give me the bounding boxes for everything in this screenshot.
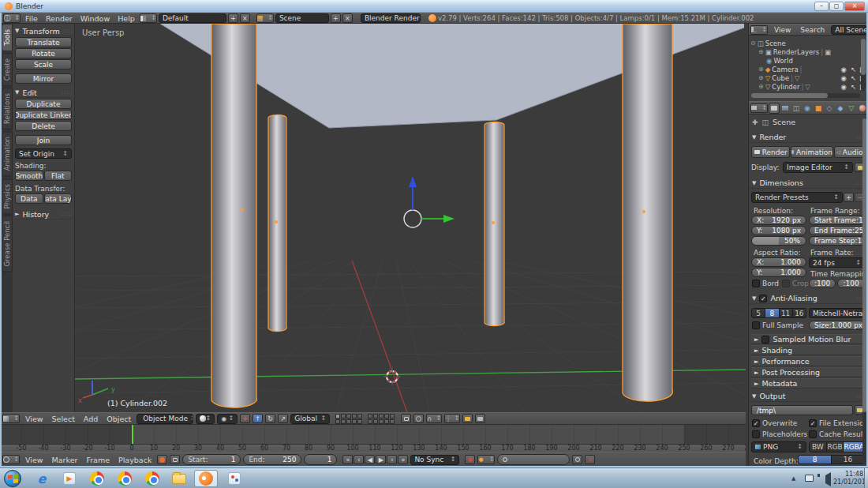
tab-animation[interactable]: Animation: [2, 131, 13, 176]
data-button[interactable]: Data: [15, 193, 43, 204]
delete-scene-button[interactable]: ×: [342, 13, 353, 23]
snap-target-button[interactable]: ·|·↕: [444, 414, 460, 423]
aa-samples-11[interactable]: 11: [780, 308, 793, 318]
menu-render[interactable]: Render: [43, 14, 76, 23]
snap-button[interactable]: ∩↕: [426, 414, 442, 423]
shading-panel[interactable]: ►Shading: [751, 345, 865, 355]
properties-scrollbar[interactable]: [862, 118, 866, 464]
timeline-ruler[interactable]: -50-40-30-20-100102030405060708090100110…: [0, 444, 746, 452]
layer-grid[interactable]: [368, 414, 395, 424]
properties-tab-material[interactable]: [858, 103, 867, 113]
current-frame-indicator[interactable]: [132, 425, 133, 444]
data-layout-button[interactable]: Data Layo: [44, 193, 73, 204]
layer-toggle[interactable]: [352, 419, 357, 424]
manipulator-toggle-button[interactable]: +: [240, 414, 250, 423]
sync-dropdown[interactable]: No Sync↕: [410, 455, 459, 465]
delete-button[interactable]: Delete: [15, 121, 72, 131]
channels-bw[interactable]: BW: [809, 441, 827, 452]
minimize-button[interactable]: –: [814, 2, 829, 11]
layer-toggle[interactable]: [384, 419, 389, 424]
shade-flat-button[interactable]: Flat: [44, 171, 73, 181]
manipulator-translate-button[interactable]: ↑: [253, 414, 263, 423]
shade-smooth-button[interactable]: Smooth: [15, 171, 43, 181]
cylinder-column-3[interactable]: [485, 122, 504, 325]
hide-icon[interactable]: ◉: [841, 83, 847, 91]
orientation-dropdown[interactable]: Global↕: [290, 414, 330, 424]
resolution-x-field[interactable]: X:1920 px: [751, 216, 806, 225]
play-button[interactable]: ▶: [376, 455, 386, 464]
layer-toggle[interactable]: [346, 419, 351, 424]
layer-toggle[interactable]: [368, 414, 372, 419]
taskbar-explorer-button[interactable]: [167, 470, 191, 487]
taskbar-chrome-button-3[interactable]: [140, 470, 164, 487]
channels-rgb[interactable]: RGB: [827, 441, 844, 452]
tl-menu-playback[interactable]: Playback: [115, 456, 155, 464]
add-scene-button[interactable]: +: [331, 13, 341, 23]
start-frame-field[interactable]: Start:1: [182, 454, 241, 465]
auto-keyframe-button[interactable]: ●↕: [477, 455, 495, 464]
viewport-3d[interactable]: y x User Persp (1) Cylinder.002: [75, 24, 746, 412]
layer-toggle[interactable]: [357, 419, 362, 424]
output-path-field[interactable]: /tmp\: [751, 405, 853, 415]
volume-icon[interactable]: [825, 472, 831, 486]
outliner-row-cylinder[interactable]: ⊕ ▽ Cylinder|▽ ◉ ↖ ▦: [758, 82, 868, 91]
viewport-canvas[interactable]: y x User Persp (1) Cylinder.002: [75, 24, 746, 412]
tray-expand-icon[interactable]: ▲: [791, 475, 795, 482]
expand-icon[interactable]: ⊕: [758, 83, 764, 90]
edit-panel-header[interactable]: ▼Edit: [15, 88, 72, 98]
outliner-row-cube[interactable]: ⊕ ▽ Cube|▽ ◉ ↖ ▦: [758, 73, 868, 82]
vp-menu-add[interactable]: Add: [80, 415, 101, 423]
delete-keyframe-button[interactable]: ×: [585, 455, 595, 464]
fps-dropdown[interactable]: 24 fps↕: [809, 257, 865, 268]
aa-samples-8[interactable]: 8: [765, 308, 779, 318]
dimensions-panel-header[interactable]: ▼Dimensions: [749, 178, 867, 189]
set-origin-dropdown[interactable]: Set Origin↕: [15, 148, 72, 159]
properties-tab-object[interactable]: ■: [814, 103, 823, 113]
editor-type-viewport-button[interactable]: ↕: [2, 414, 20, 423]
viewport-shading-dropdown[interactable]: ↕: [196, 414, 215, 424]
jump-to-end-button[interactable]: »: [398, 455, 408, 464]
maximize-button[interactable]: ◻: [829, 2, 844, 11]
selectable-icon[interactable]: ↖: [851, 74, 856, 82]
menu-file[interactable]: File: [22, 14, 41, 23]
lock-time-button[interactable]: [170, 455, 180, 464]
timeline-editor[interactable]: -50-40-30-20-100102030405060708090100110…: [0, 425, 746, 452]
remap-old-field[interactable]: :100: [809, 279, 836, 288]
aa-filter-dropdown[interactable]: Mitchell-Netravali↕: [809, 308, 865, 318]
mode-dropdown[interactable]: Object Mode↕: [137, 414, 193, 424]
cache-result-checkbox[interactable]: Cache Result: [809, 430, 866, 438]
end-frame-field[interactable]: End:250: [243, 454, 301, 465]
outliner-row-camera[interactable]: ⊕ ◆ Camera| ◉ ↖ ▦: [758, 65, 868, 73]
tab-tools[interactable]: Tools: [2, 24, 13, 51]
duplicate-button[interactable]: Duplicate: [15, 99, 72, 109]
render-opengl-button[interactable]: [462, 414, 473, 423]
layer-toggle[interactable]: [346, 414, 351, 419]
add-preset-button[interactable]: +: [844, 193, 854, 202]
aspect-y-field[interactable]: Y:1.000: [751, 268, 806, 277]
tl-menu-marker[interactable]: Marker: [49, 456, 81, 464]
expand-icon[interactable]: ⊕: [758, 74, 764, 81]
history-panel-header[interactable]: ►History: [15, 209, 72, 220]
layout-icon-button[interactable]: ↕: [140, 13, 157, 23]
layer-toggle[interactable]: [384, 414, 389, 419]
render-audio-button[interactable]: ◁Audio: [834, 146, 865, 158]
properties-tab-render[interactable]: [769, 103, 779, 113]
next-keyframe-button[interactable]: ›: [387, 455, 397, 464]
post-processing-panel[interactable]: ►Post Processing: [751, 367, 865, 377]
layer-toggle[interactable]: [335, 419, 340, 424]
display-dropdown[interactable]: Image Editor↕: [783, 162, 853, 173]
properties-tab-render-layers[interactable]: [780, 103, 790, 113]
file-extensions-checkbox[interactable]: ✓File Extensions: [809, 419, 868, 427]
transform-panel-header[interactable]: ▼Transform: [15, 26, 72, 36]
tab-create[interactable]: Create: [2, 53, 13, 86]
metadata-panel[interactable]: ►Metadata: [751, 378, 865, 389]
aspect-x-field[interactable]: X:1.000: [751, 257, 806, 267]
remap-new-field[interactable]: :100: [837, 279, 865, 288]
layer-toggle[interactable]: [373, 419, 378, 424]
rotate-button[interactable]: Rotate: [15, 48, 72, 58]
resolution-percent-slider[interactable]: 50%: [751, 236, 806, 246]
depth-8[interactable]: 8: [798, 455, 832, 464]
antialiasing-panel-header[interactable]: ▼✓Anti-Aliasing: [749, 293, 867, 304]
properties-tab-modifiers[interactable]: ◆: [836, 103, 845, 113]
layer-toggle[interactable]: [379, 419, 383, 424]
